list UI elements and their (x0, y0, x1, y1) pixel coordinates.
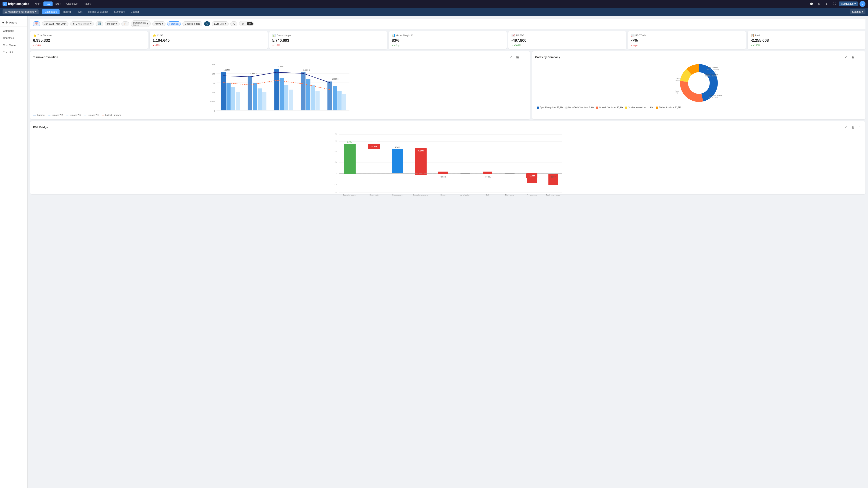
logo-text: brightanalytics (8, 2, 29, 5)
logo[interactable]: ★ brightanalytics (3, 2, 29, 6)
toggle-off-option[interactable]: off (240, 22, 246, 25)
sidebar-item-cost-center[interactable]: Cost Center › (0, 42, 27, 49)
svg-text:Stellar Solutions: Stellar Solutions (707, 67, 718, 68)
svg-text:-1,76M: -1,76M (529, 175, 535, 177)
forecast-filter[interactable]: Forecast (167, 22, 181, 26)
sidebar-item-company[interactable]: Company › (0, 27, 27, 35)
kpi-arrow-1 (153, 44, 154, 46)
chat-icon[interactable]: 💬 (808, 1, 814, 7)
period-icon[interactable]: 🔄 (96, 22, 103, 26)
tab-rolling-vs-budget[interactable]: Rolling vs Budget (86, 9, 111, 14)
kpi-label-2: Gross Margin (277, 34, 291, 37)
tab-pivot[interactable]: Pivot (74, 9, 85, 14)
svg-rect-35 (342, 94, 346, 110)
kpi-icon-6: 📋 (751, 34, 754, 37)
tab-summary[interactable]: Summary (112, 9, 127, 14)
kpi-chevron (39, 2, 40, 5)
svg-rect-88 (438, 171, 448, 174)
svg-text:Profit before taxes: Profit before taxes (546, 194, 560, 195)
calendar-icon[interactable]: 📅 (33, 22, 40, 26)
legend-stellar: Stellar Solutions 11,6% (656, 106, 681, 109)
mail-icon[interactable]: ✉ (816, 1, 822, 7)
svg-rect-97 (549, 174, 558, 185)
svg-text:-1,19M: -1,19M (371, 141, 377, 143)
svg-rect-80 (392, 149, 403, 173)
more-options-icon[interactable]: ⋮ (522, 54, 527, 60)
table-bridge-icon[interactable]: ▦ (850, 124, 856, 130)
filters-header[interactable]: ◀ ⚙ Filters (0, 19, 27, 27)
legend-apex: Apex Enterprises 46,2% (537, 106, 563, 109)
ytd-filter[interactable]: YTD Year to date ▾ (70, 22, 94, 26)
svg-text:Skyline Innovations: Skyline Innovations (705, 73, 718, 75)
svg-text:1.09M €: 1.09M € (332, 78, 338, 80)
ic-filter[interactable]: IC (230, 22, 237, 26)
sidebar-section: Company › Countries › Cost Center › Cost… (0, 27, 27, 56)
choose-date-filter[interactable]: Choose a date (182, 22, 203, 26)
nav-cashflow[interactable]: Cashflow (64, 1, 81, 6)
expand-costs-icon[interactable]: ⤢ (843, 54, 849, 60)
legend-budget-turnover: Budget Turnover (102, 114, 121, 116)
svg-text:236,27 (0,0%): 236,27 (0,0%) (709, 96, 718, 98)
logo-icon: ★ (3, 2, 7, 6)
kpi-icon-1: ⭐ (153, 34, 156, 37)
toggle-on-option[interactable]: on (247, 22, 253, 25)
expand-chart-icon[interactable]: ⤢ (508, 54, 514, 60)
tab-dashboard[interactable]: Dashboard (42, 9, 60, 14)
svg-text:Operating income: Operating income (343, 194, 356, 195)
pie-legend: Apex Enterprises 46,2% Blaze Tech Soluti… (535, 106, 863, 109)
sidebar-item-countries[interactable]: Countries › (0, 35, 27, 42)
svg-rect-33 (333, 86, 337, 110)
svg-text:8M: 8M (334, 133, 337, 135)
settings-button[interactable]: Settings ▾ (850, 9, 865, 14)
kpi-title-2: 📊 Gross Margin (272, 34, 384, 37)
tab-budget[interactable]: Budget (128, 9, 141, 14)
svg-text:0: 0 (214, 110, 215, 112)
more-costs-icon[interactable]: ⋮ (857, 54, 863, 60)
kpi-value-2: 5.740.693 (272, 38, 384, 43)
sidebar-item-cost-unit[interactable]: Cost Unit › (0, 49, 27, 56)
bs-chevron (60, 2, 61, 5)
download-icon[interactable]: ⬇ (824, 1, 830, 7)
table-costs-icon[interactable]: ▦ (850, 54, 856, 60)
ic-toggle[interactable]: off on (239, 21, 253, 26)
date-range-filter[interactable]: Jan 2024 - May 2024 (42, 22, 68, 26)
status-filter[interactable]: Active ▾ (152, 22, 165, 26)
nav-bs[interactable]: B/S (53, 1, 63, 6)
more-bridge-icon[interactable]: ⋮ (857, 124, 863, 130)
kpi-label-1: CoGS (157, 34, 163, 37)
nav-ratio[interactable]: Ratio (82, 1, 93, 6)
expand-icon[interactable]: ⛶ (831, 1, 837, 7)
user-avatar[interactable]: U (860, 1, 865, 7)
kpi-cards-row: ⭐ Total Turnover 6.935.332 -18% ⭐ CoGS 1… (30, 31, 865, 49)
bridge-chart-svg: -4M -2M 0 2M 4M 6M 8M (33, 132, 863, 195)
svg-rect-14 (231, 87, 235, 110)
company-chevron: › (24, 30, 24, 32)
case-icon[interactable]: 📋 (121, 22, 129, 26)
expand-bridge-icon[interactable]: ⤢ (843, 124, 849, 130)
kpi-label-3: Gross Margin % (396, 34, 413, 37)
nav-pl[interactable]: P&L (43, 1, 53, 6)
currency-icon[interactable]: € (204, 22, 210, 26)
application-button[interactable]: Application ▾ (839, 1, 858, 6)
costs-chart-actions: ⤢ ▦ ⋮ (843, 54, 863, 60)
svg-text:500k: 500k (211, 100, 215, 103)
svg-text:-497,80k: -497,80k (439, 176, 446, 178)
svg-text:3,44M (46,24%): 3,44M (46,24%) (676, 79, 680, 81)
nav-kpi[interactable]: KPI (33, 1, 42, 6)
svg-text:May'24: May'24 (332, 112, 339, 113)
filter-bar: 📅 Jan 2024 - May 2024 YTD Year to date ▾… (30, 19, 865, 29)
case-filter[interactable]: Default case Import ▾ (131, 20, 151, 27)
svg-text:1.51M €: 1.51M € (277, 65, 283, 67)
svg-text:Operating expenses: Operating expenses (413, 194, 428, 195)
svg-text:6,94M: 6,94M (347, 141, 352, 143)
management-reporting-button[interactable]: ☰ Management Reporting ▾ (3, 9, 38, 14)
currency-filter[interactable]: EUR Euro ▾ (212, 22, 229, 26)
kpi-change-4: +109% (512, 44, 623, 46)
table-view-icon[interactable]: ▦ (515, 54, 520, 60)
svg-rect-28 (306, 79, 310, 110)
tab-rolling[interactable]: Rolling (60, 9, 73, 14)
period-filter[interactable]: Monthly ▾ (105, 22, 120, 26)
kpi-arrow-4 (512, 44, 513, 46)
svg-text:0: 0 (336, 173, 337, 175)
collapse-icon[interactable]: ◀ (2, 21, 4, 24)
